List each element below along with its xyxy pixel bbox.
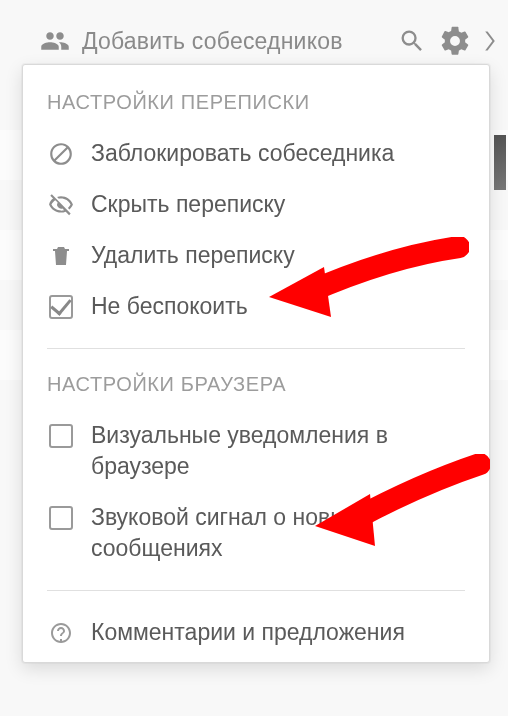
menu-item-sound-notifications[interactable]: Звуковой сигнал о новых сообщениях — [23, 492, 489, 574]
chevron-right-icon[interactable] — [484, 26, 500, 56]
block-icon — [47, 140, 75, 168]
checkbox-icon — [47, 422, 75, 450]
menu-item-hide[interactable]: Скрыть переписку — [23, 179, 489, 230]
section-title-chat: НАСТРОЙКИ ПЕРЕПИСКИ — [23, 83, 489, 128]
gear-icon[interactable] — [438, 24, 472, 58]
checkbox-checked-icon — [47, 293, 75, 321]
chat-topbar: Добавить собеседников — [40, 18, 500, 64]
menu-item-feedback[interactable]: Комментарии и предложения — [23, 607, 489, 658]
menu-item-visual-notifications[interactable]: Визуальные уведомления в браузере — [23, 410, 489, 492]
trash-icon — [47, 242, 75, 270]
question-icon — [47, 619, 75, 647]
menu-item-label: Комментарии и предложения — [91, 617, 405, 648]
eye-off-icon — [47, 191, 75, 219]
checkbox-icon — [47, 504, 75, 532]
settings-dropdown: НАСТРОЙКИ ПЕРЕПИСКИ Заблокировать собесе… — [22, 64, 490, 663]
menu-item-label: Звуковой сигнал о новых сообщениях — [91, 502, 465, 564]
menu-item-label: Визуальные уведомления в браузере — [91, 420, 465, 482]
menu-item-label: Не беспокоить — [91, 291, 248, 322]
people-icon — [40, 26, 70, 56]
menu-item-label: Скрыть переписку — [91, 189, 285, 220]
section-title-browser: НАСТРОЙКИ БРАУЗЕРА — [23, 365, 489, 410]
menu-item-dnd[interactable]: Не беспокоить — [23, 281, 489, 332]
divider — [47, 348, 465, 349]
add-participants-button[interactable]: Добавить собеседников — [82, 28, 386, 55]
menu-item-label: Заблокировать собеседника — [91, 138, 394, 169]
menu-item-delete[interactable]: Удалить переписку — [23, 230, 489, 281]
search-icon[interactable] — [398, 27, 426, 55]
menu-item-label: Удалить переписку — [91, 240, 295, 271]
background-avatar-peek — [494, 135, 506, 190]
menu-item-block[interactable]: Заблокировать собеседника — [23, 128, 489, 179]
divider — [47, 590, 465, 591]
